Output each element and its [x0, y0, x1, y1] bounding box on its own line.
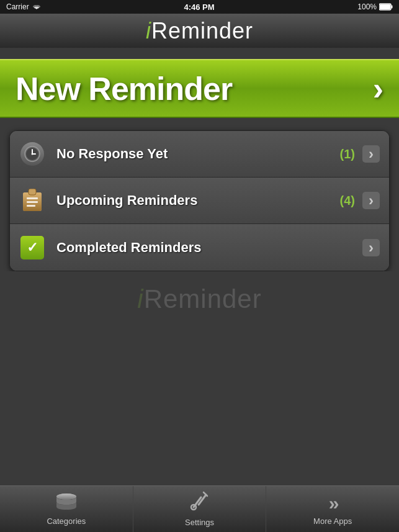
clipboard-icon-wrap	[19, 187, 45, 214]
more-apps-icon: »	[329, 493, 337, 514]
tab-more-apps[interactable]: » More Apps	[266, 486, 399, 532]
svg-rect-10	[29, 189, 36, 195]
upcoming-reminders-chevron: ›	[362, 192, 380, 209]
upcoming-reminders-label: Upcoming Reminders	[56, 192, 340, 209]
status-bar: Carrier 4:46 PM 100%	[0, 0, 399, 14]
tab-settings[interactable]: Settings	[133, 486, 267, 532]
clock-icon	[20, 142, 44, 166]
tab-categories[interactable]: Categories	[0, 486, 133, 532]
status-left: Carrier	[6, 2, 41, 11]
svg-point-15	[56, 494, 76, 500]
watermark-rest: Reminder	[144, 284, 262, 313]
spacer-top	[0, 48, 399, 59]
svg-point-7	[32, 153, 34, 155]
watermark-title: iReminder	[137, 284, 261, 314]
svg-rect-12	[27, 201, 38, 203]
upcoming-reminders-count: (4)	[340, 194, 355, 208]
upcoming-reminders-item[interactable]: Upcoming Reminders (4) ›	[10, 178, 389, 224]
app-title: iReminder	[146, 18, 253, 44]
no-response-count: (1)	[340, 147, 355, 161]
app-title-i: i	[146, 18, 151, 43]
svg-rect-2	[380, 4, 390, 9]
settings-icon	[190, 491, 210, 515]
svg-rect-13	[27, 205, 35, 207]
categories-tab-label: Categories	[47, 516, 86, 526]
completed-reminders-chevron: ›	[362, 239, 380, 256]
spacer-middle	[0, 118, 399, 130]
no-response-label: No Response Yet	[56, 146, 340, 162]
battery-icon	[379, 3, 393, 11]
svg-rect-1	[391, 6, 392, 9]
new-reminder-button[interactable]: New Reminder ›	[0, 59, 399, 118]
more-apps-tab-label: More Apps	[313, 516, 352, 526]
check-icon: ✓	[20, 236, 44, 259]
no-response-chevron: ›	[362, 145, 380, 163]
categories-icon	[55, 493, 78, 514]
settings-tab-label: Settings	[185, 518, 214, 527]
watermark: iReminder	[0, 271, 399, 327]
app-title-rest: Reminder	[151, 18, 253, 43]
status-time: 4:46 PM	[184, 2, 214, 12]
new-reminder-label: New Reminder	[16, 70, 232, 107]
title-bar: iReminder	[0, 14, 399, 48]
clipboard-icon	[22, 189, 43, 212]
tab-bar: Categories Settings » More Apps	[0, 485, 399, 532]
check-icon-wrap: ✓	[19, 235, 45, 261]
new-reminder-chevron: ›	[373, 70, 383, 107]
status-right: 100%	[357, 2, 393, 11]
svg-rect-11	[27, 197, 38, 199]
list-container: No Response Yet (1) › Upcoming Rem	[9, 130, 390, 271]
clock-icon-wrap	[19, 141, 45, 167]
completed-reminders-label: Completed Reminders	[56, 240, 362, 256]
carrier-label: Carrier	[6, 2, 29, 11]
wifi-icon	[32, 3, 41, 11]
battery-label: 100%	[357, 2, 377, 11]
watermark-i: i	[137, 284, 143, 313]
no-response-item[interactable]: No Response Yet (1) ›	[10, 131, 389, 178]
completed-reminders-item[interactable]: ✓ Completed Reminders ›	[10, 224, 389, 271]
